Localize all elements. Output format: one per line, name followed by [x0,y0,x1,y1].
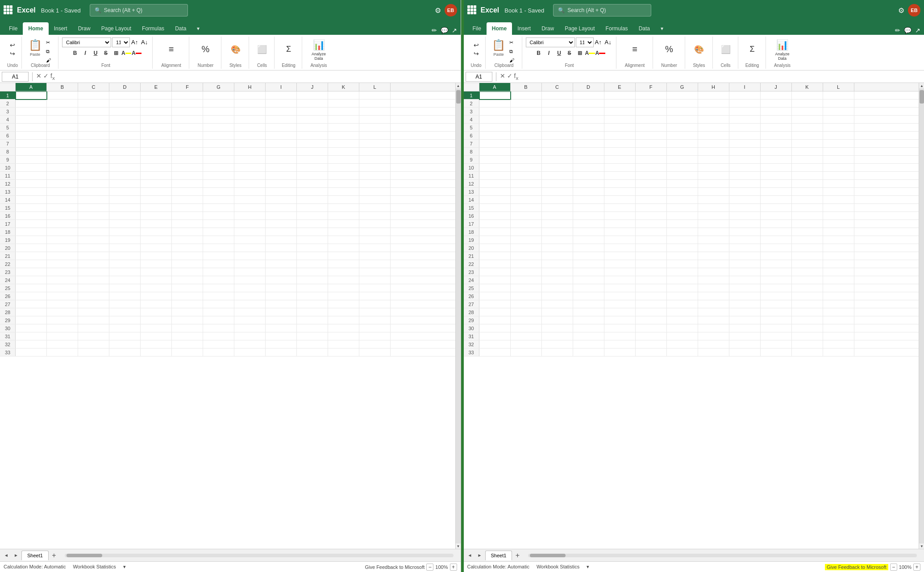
grid-cell[interactable] [16,276,47,284]
grid-cell[interactable] [479,91,511,99]
grid-cell[interactable] [573,132,604,140]
grid-cell[interactable] [328,116,359,124]
grid-cell[interactable] [604,228,636,236]
grid-cell[interactable] [573,164,604,172]
grid-cell[interactable] [172,348,203,356]
grid-cell[interactable] [573,300,604,308]
grid-cell[interactable] [542,164,573,172]
grid-cell[interactable] [511,188,542,196]
grid-cell[interactable] [761,124,792,132]
tab-home-left[interactable]: Home [23,22,48,35]
grid-cell[interactable] [78,268,109,276]
grid-cell[interactable] [792,91,823,99]
grid-cell[interactable] [636,132,667,140]
grid-cell[interactable] [823,91,854,99]
grid-cell[interactable] [698,172,729,180]
grid-cell[interactable] [667,276,698,284]
grid-cell[interactable] [636,324,667,332]
grid-cell[interactable] [604,236,636,244]
col-header-J-right[interactable]: J [761,83,792,91]
grid-cell[interactable] [141,188,172,196]
grid-cell[interactable] [792,172,823,180]
confirm-formula-btn-left[interactable]: ✓ [43,72,49,81]
grid-cell[interactable] [234,228,266,236]
grid-cell[interactable] [604,340,636,348]
grid-cell[interactable] [729,268,761,276]
grid-cell[interactable] [203,220,234,228]
grid-cell[interactable] [604,276,636,284]
grid-cell[interactable] [141,300,172,308]
grid-cell[interactable] [542,108,573,116]
grid-cell[interactable] [78,180,109,188]
grid-cell[interactable] [729,308,761,316]
grid-cell[interactable] [667,332,698,340]
grid-cell[interactable] [16,244,47,252]
grid-cell[interactable] [141,204,172,212]
grid-cell[interactable] [823,260,854,268]
grid-cell[interactable] [823,332,854,340]
grid-cell[interactable] [359,212,391,220]
grid-cell[interactable] [234,188,266,196]
grid-cell[interactable] [172,340,203,348]
grid-cell[interactable] [234,316,266,324]
grid-cell[interactable] [266,332,297,340]
grid-cell[interactable] [792,116,823,124]
vscroll-track-left[interactable] [456,88,461,543]
hscroll-track-left[interactable] [65,554,454,557]
feedback-btn-right[interactable]: Give Feedback to Microsoft [825,564,888,570]
grid-cell[interactable] [141,148,172,156]
grid-cell[interactable] [109,132,141,140]
grid-cell[interactable] [109,99,141,108]
grid-cell[interactable] [542,252,573,260]
grid-cell[interactable] [266,188,297,196]
grid-cell[interactable] [266,196,297,204]
grid-cell[interactable] [141,284,172,292]
grid-cell[interactable] [172,268,203,276]
grid-cell[interactable] [78,156,109,164]
grid-cell[interactable] [479,244,511,252]
workbook-stats-right[interactable]: Workbook Statistics [537,564,579,570]
grid-cell[interactable] [636,300,667,308]
grid-cell[interactable] [172,292,203,300]
grid-cell[interactable] [792,300,823,308]
share-icon-right[interactable]: ↗ [915,27,920,34]
grid-cell[interactable] [266,340,297,348]
grid-cell[interactable] [141,132,172,140]
grid-cell[interactable] [667,196,698,204]
grid-cell[interactable] [47,124,78,132]
grid-cell[interactable] [78,308,109,316]
grid-cell[interactable] [667,252,698,260]
grid-cell[interactable] [78,292,109,300]
grid-cell[interactable] [359,276,391,284]
font-size-increase-right[interactable]: A↑ [595,38,604,46]
grid-cell[interactable] [792,132,823,140]
font-size-increase-left[interactable]: A↑ [131,38,140,46]
grid-cell[interactable] [667,284,698,292]
grid-cell[interactable] [141,236,172,244]
col-header-A-left[interactable]: A [16,83,47,91]
number-btn-left[interactable]: % [200,43,212,56]
grid-cell[interactable] [234,140,266,148]
grid-cell[interactable] [636,172,667,180]
grid-cell[interactable] [511,324,542,332]
grid-cell[interactable] [698,108,729,116]
grid-cell[interactable] [359,236,391,244]
grid-cell[interactable] [698,236,729,244]
grid-cell[interactable] [542,284,573,292]
grid-cell[interactable] [266,292,297,300]
grid-cell[interactable] [761,188,792,196]
grid-cell[interactable] [297,308,328,316]
grid-cell[interactable] [297,252,328,260]
grid-cell[interactable] [109,236,141,244]
grid-cell[interactable] [761,284,792,292]
grid-cell[interactable] [698,140,729,148]
cancel-formula-btn-left[interactable]: ✕ [36,72,42,81]
grid-cell[interactable] [203,252,234,260]
grid-cell[interactable] [47,244,78,252]
grid-cell[interactable] [203,228,234,236]
grid-cell[interactable] [109,140,141,148]
grid-cell[interactable] [47,132,78,140]
grid-cell[interactable] [823,164,854,172]
col-header-I-left[interactable]: I [266,83,297,91]
grid-cell[interactable] [47,236,78,244]
